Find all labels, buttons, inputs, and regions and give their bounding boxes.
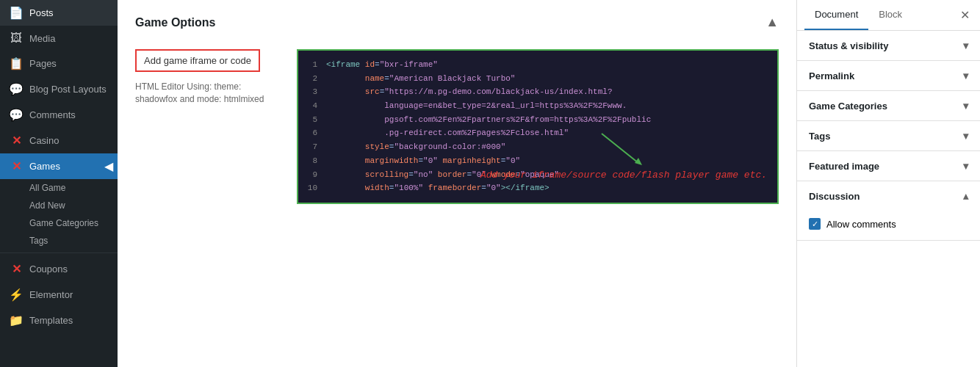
chevron-down-icon: ▾ xyxy=(963,100,968,112)
section-label: Permalink xyxy=(809,70,854,81)
main-content: Game Options ▲ Add game iframe or code H… xyxy=(118,0,796,367)
arrow-annotation: Add your iframe/source code/flash player… xyxy=(480,130,767,181)
section-label: Status & visibility xyxy=(809,40,888,51)
section-discussion-header[interactable]: Discussion ▴ xyxy=(797,181,980,211)
sidebar-item-label: Blog Post Layouts xyxy=(29,84,107,95)
right-panel: Document Block ✕ Status & visibility ▾ P… xyxy=(796,0,980,367)
sidebar-item-label: Elementor xyxy=(29,289,73,300)
sidebar-item-casino[interactable]: ✕ Casino xyxy=(0,128,118,153)
sub-item-label: Add New xyxy=(29,200,65,211)
sidebar-item-coupons[interactable]: ✕ Coupons xyxy=(0,256,118,282)
code-line-2: 2 name="American Blackjack Turbo" xyxy=(306,72,770,86)
annotation-text: Add your iframe/source code/flash player… xyxy=(480,170,767,181)
media-icon: 🖼 xyxy=(9,32,24,45)
sidebar: 📄 Posts 🖼 Media 📋 Pages 💬 Blog Post Layo… xyxy=(0,0,118,367)
section-label: Tags xyxy=(809,131,830,142)
sidebar-item-posts[interactable]: 📄 Posts xyxy=(0,0,118,26)
chevron-down-icon: ▾ xyxy=(963,40,968,51)
posts-icon: 📄 xyxy=(9,6,24,20)
sidebar-item-label: Casino xyxy=(29,135,59,146)
discussion-content: ✓ Allow comments xyxy=(797,211,980,240)
allow-comments-checkbox[interactable]: ✓ xyxy=(809,218,821,230)
elementor-icon: ⚡ xyxy=(9,288,24,302)
section-tags: Tags ▾ xyxy=(797,121,980,151)
coupons-x-icon: ✕ xyxy=(9,262,24,276)
svg-line-0 xyxy=(602,134,638,163)
section-label: Game Categories xyxy=(809,101,887,112)
sub-item-label: Tags xyxy=(29,236,48,246)
sidebar-item-media[interactable]: 🖼 Media xyxy=(0,26,118,51)
section-featured-image: Featured image ▾ xyxy=(797,151,980,181)
code-line-4: 4 language=en&bet_type=2&real_url=https%… xyxy=(306,99,770,113)
sidebar-item-label: Templates xyxy=(29,315,73,326)
sidebar-item-comments[interactable]: 💬 Comments xyxy=(0,102,118,128)
code-line-1: 1 <iframe id="bxr-iframe" xyxy=(306,58,770,72)
code-editor-wrap: 1 <iframe id="bxr-iframe" 2 name="Americ… xyxy=(297,49,779,204)
sidebar-item-pages[interactable]: 📋 Pages xyxy=(0,51,118,76)
document-block-tabs: Document Block ✕ xyxy=(797,0,980,31)
section-status-visibility: Status & visibility ▾ xyxy=(797,31,980,61)
casino-x-icon: ✕ xyxy=(9,134,24,148)
comments-icon: 💬 xyxy=(9,108,24,122)
game-options-header: Game Options ▲ xyxy=(135,15,779,37)
left-panel: Add game iframe or code HTML Editor Usin… xyxy=(135,49,282,106)
sidebar-item-label: Pages xyxy=(29,58,57,69)
tab-buttons: Document Block xyxy=(804,0,912,30)
game-options-panel: Game Options ▲ Add game iframe or code H… xyxy=(118,0,796,367)
section-featured-image-header[interactable]: Featured image ▾ xyxy=(797,151,980,181)
sidebar-item-label: Media xyxy=(29,33,55,44)
sub-item-label: Game Categories xyxy=(29,218,98,228)
divider xyxy=(0,252,118,253)
section-discussion: Discussion ▴ ✓ Allow comments xyxy=(797,181,980,241)
svg-marker-1 xyxy=(635,158,642,165)
chevron-down-icon: ▾ xyxy=(963,130,968,142)
active-arrow-icon: ◀ xyxy=(104,159,113,173)
html-editor-note: HTML Editor Using: theme: shadowfox and … xyxy=(135,81,282,106)
close-button[interactable]: ✕ xyxy=(957,5,973,25)
pages-icon: 📋 xyxy=(9,57,24,70)
chevron-down-icon: ▾ xyxy=(963,70,968,81)
blog-icon: 💬 xyxy=(9,82,24,96)
sidebar-item-label: Games xyxy=(29,161,60,172)
code-line-10: 10 width="100%" frameborder="0"></iframe… xyxy=(306,181,770,195)
sidebar-item-label: Coupons xyxy=(29,264,68,275)
sidebar-item-games[interactable]: ✕ Games ◀ xyxy=(0,153,118,179)
sidebar-item-label: Posts xyxy=(29,7,54,18)
sidebar-sub-add-new[interactable]: Add New xyxy=(0,197,118,214)
chevron-up-icon: ▴ xyxy=(963,190,968,202)
tab-document[interactable]: Document xyxy=(804,0,868,30)
sidebar-item-templates[interactable]: 📁 Templates xyxy=(0,308,118,333)
games-x-icon: ✕ xyxy=(9,159,24,173)
section-status-visibility-header[interactable]: Status & visibility ▾ xyxy=(797,31,980,60)
chevron-down-icon: ▾ xyxy=(963,160,968,172)
code-line-5: 5 pgsoft.com%2Fen%2Fpartners%2F&from=htt… xyxy=(306,113,770,127)
section-label: Featured image xyxy=(809,161,879,172)
add-game-button[interactable]: Add game iframe or code xyxy=(135,49,260,72)
sidebar-item-blog-post-layouts[interactable]: 💬 Blog Post Layouts xyxy=(0,76,118,102)
sidebar-item-elementor[interactable]: ⚡ Elementor xyxy=(0,282,118,308)
section-permalink: Permalink ▾ xyxy=(797,61,980,91)
code-line-3: 3 src="https://m.pg-demo.com/blackjack-u… xyxy=(306,85,770,99)
section-label: Discussion xyxy=(809,191,860,202)
sidebar-sub-all-game[interactable]: All Game xyxy=(0,179,118,197)
section-game-categories: Game Categories ▾ xyxy=(797,91,980,121)
section-game-categories-header[interactable]: Game Categories ▾ xyxy=(797,91,980,120)
game-options-title: Game Options xyxy=(135,16,215,29)
code-editor[interactable]: 1 <iframe id="bxr-iframe" 2 name="Americ… xyxy=(297,49,779,204)
allow-comments-label: Allow comments xyxy=(826,219,896,230)
tab-block[interactable]: Block xyxy=(868,0,912,30)
allow-comments-row: ✓ Allow comments xyxy=(809,218,968,230)
sidebar-item-label: Comments xyxy=(29,109,76,120)
section-permalink-header[interactable]: Permalink ▾ xyxy=(797,61,980,90)
section-tags-header[interactable]: Tags ▾ xyxy=(797,121,980,150)
game-options-body: Add game iframe or code HTML Editor Usin… xyxy=(135,49,779,204)
templates-icon: 📁 xyxy=(9,313,24,327)
collapse-icon[interactable]: ▲ xyxy=(765,15,779,30)
sidebar-sub-game-categories[interactable]: Game Categories xyxy=(0,214,118,232)
sub-item-label: All Game xyxy=(29,183,65,193)
sidebar-sub-tags[interactable]: Tags xyxy=(0,232,118,250)
